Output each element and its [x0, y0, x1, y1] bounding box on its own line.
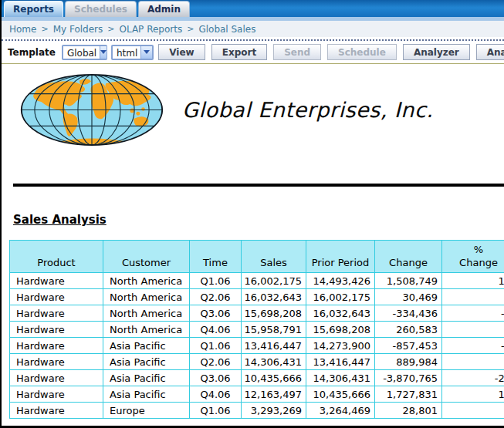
table-row: HardwareAsia PacificQ4.0612,163,49710,43…: [10, 386, 504, 403]
tab-label: Reports: [13, 4, 54, 15]
table-cell: Hardware: [10, 354, 103, 370]
table-cell: Europe: [103, 403, 190, 419]
table-cell: 17: [442, 386, 504, 403]
table-cell: 16,032,643: [242, 289, 306, 305]
column-header: Sales: [242, 241, 306, 273]
breadcrumb-olap-reports[interactable]: OLAP Reports: [119, 24, 182, 35]
table-cell: -334,436: [375, 305, 442, 322]
table-cell: 10: [442, 273, 504, 289]
column-header: Time: [190, 241, 242, 273]
column-header: Customer: [103, 241, 190, 273]
table-row: HardwareAsia PacificQ1.0613,416,44714,27…: [10, 338, 504, 354]
tab-schedules[interactable]: Schedules: [65, 1, 137, 17]
table-cell: 1,508,749: [375, 273, 442, 289]
sales-table: ProductCustomerTimeSalesPrior PeriodChan…: [9, 240, 504, 419]
chevron-down-icon[interactable]: [140, 46, 152, 59]
table-cell: 10,435,666: [242, 370, 306, 386]
format-select-value: html: [113, 46, 140, 59]
table-cell: Hardware: [10, 322, 103, 338]
table-cell: Hardware: [10, 403, 103, 419]
tab-admin[interactable]: Admin: [138, 1, 190, 17]
template-select[interactable]: Global: [62, 45, 107, 60]
tab-reports[interactable]: Reports: [4, 1, 63, 17]
table-cell: North America: [103, 322, 190, 338]
table-row: HardwareAsia PacificQ2.0614,306,43113,41…: [10, 354, 504, 370]
table-cell: Q3.06: [190, 370, 242, 386]
table-cell: 15,698,208: [306, 322, 375, 338]
toolbar-right-group: Analyzer Analyzer: [397, 44, 504, 60]
breadcrumb-my-folders[interactable]: My Folders: [53, 24, 103, 35]
table-cell: Hardware: [10, 338, 103, 354]
table-cell: 2: [442, 322, 504, 338]
table-cell: Q1.06: [190, 338, 242, 354]
chevron-down-icon[interactable]: [100, 46, 107, 59]
table-cell: 0: [442, 289, 504, 305]
table-cell: 14,306,431: [306, 370, 375, 386]
view-button[interactable]: View: [158, 44, 205, 60]
table-cell: Hardware: [10, 370, 103, 386]
table-cell: North America: [103, 289, 190, 305]
app-window: Reports Schedules Admin Home > My Folder…: [0, 0, 504, 428]
export-button[interactable]: Export: [211, 44, 267, 60]
breadcrumb-home[interactable]: Home: [9, 24, 36, 35]
horizontal-rule: [13, 184, 504, 187]
table-cell: -857,453: [375, 338, 442, 354]
table-cell: 16,002,175: [306, 289, 375, 305]
breadcrumb-separator: >: [41, 24, 48, 34]
table-row: HardwareEuropeQ1.063,293,2693,264,46928,…: [10, 403, 504, 419]
table-cell: 12,163,497: [242, 386, 306, 403]
table-row: HardwareNorth AmericaQ2.0616,032,64316,0…: [10, 289, 504, 305]
table-cell: 889,984: [375, 354, 442, 370]
breadcrumb-global-sales[interactable]: Global Sales: [198, 24, 255, 35]
table-cell: Asia Pacific: [103, 354, 190, 370]
table-cell: 7: [442, 354, 504, 370]
table-cell: 13,416,447: [242, 338, 306, 354]
analyzer-button[interactable]: Analyzer: [403, 44, 470, 60]
table-cell: Asia Pacific: [103, 338, 190, 354]
table-cell: 1,727,831: [375, 386, 442, 403]
table-cell: North America: [103, 305, 190, 322]
tab-label: Admin: [147, 4, 181, 15]
table-cell: 1: [442, 403, 504, 419]
table-row: HardwareNorth AmericaQ3.0615,698,20816,0…: [10, 305, 504, 322]
table-cell: Asia Pacific: [103, 370, 190, 386]
table-row: HardwareNorth AmericaQ1.0616,002,17514,4…: [10, 273, 504, 289]
table-cell: Q3.06: [190, 305, 242, 322]
company-name: Global Enterprises, Inc.: [182, 98, 433, 122]
table-cell: 28,801: [375, 403, 442, 419]
section-title: Sales Analysis: [13, 213, 504, 227]
breadcrumb-separator: >: [187, 24, 194, 34]
analyzer-button-2[interactable]: Analyzer: [476, 44, 504, 60]
table-cell: Hardware: [10, 386, 103, 403]
table-cell: Q4.06: [190, 386, 242, 403]
table-cell: Q1.06: [190, 273, 242, 289]
format-select[interactable]: html: [111, 45, 154, 60]
report-toolbar: Template Global html View Export Send Sc…: [2, 41, 504, 63]
table-cell: -6: [442, 338, 504, 354]
table-cell: North America: [103, 273, 190, 289]
template-select-value: Global: [63, 46, 100, 59]
table-cell: 14,273,900: [306, 338, 375, 354]
table-cell: Asia Pacific: [103, 386, 190, 403]
column-header: % Change: [442, 241, 504, 273]
table-cell: Hardware: [10, 305, 103, 322]
table-cell: 30,469: [375, 289, 442, 305]
breadcrumb-separator: >: [107, 24, 114, 34]
report-header: Global Enterprises, Inc.: [19, 72, 504, 147]
column-header: Change: [375, 241, 442, 273]
toolbar-divider: [2, 63, 504, 64]
table-cell: 3,293,269: [242, 403, 306, 419]
table-cell: Hardware: [10, 289, 103, 305]
column-header: Product: [10, 241, 103, 273]
tab-label: Schedules: [74, 4, 127, 15]
table-cell: Q4.06: [190, 322, 242, 338]
column-header: Prior Period: [306, 241, 375, 273]
table-cell: -27: [442, 370, 504, 386]
table-cell: Hardware: [10, 273, 103, 289]
table-cell: Q2.06: [190, 354, 242, 370]
table-cell: 15,698,208: [242, 305, 306, 322]
table-cell: 13,416,447: [306, 354, 375, 370]
table-cell: 16,032,643: [306, 305, 375, 322]
table-cell: 14,306,431: [242, 354, 306, 370]
table-cell: Q2.06: [190, 289, 242, 305]
